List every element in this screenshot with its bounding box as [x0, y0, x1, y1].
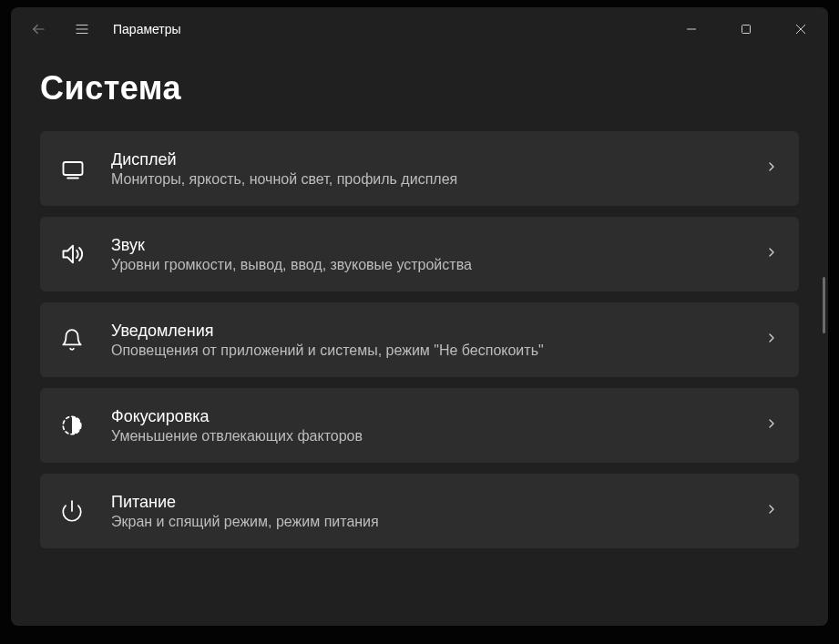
- close-icon: [795, 24, 806, 35]
- page-title: Система: [40, 69, 799, 107]
- chevron-right-icon: [764, 245, 779, 263]
- item-desc: Оповещения от приложений и системы, режи…: [111, 342, 764, 359]
- minimize-button[interactable]: [664, 11, 719, 47]
- item-focus[interactable]: Фокусировка Уменьшение отвлекающих факто…: [40, 388, 799, 463]
- maximize-icon: [741, 24, 752, 35]
- chevron-right-icon: [764, 331, 779, 349]
- item-title: Фокусировка: [111, 407, 764, 426]
- chevron-right-icon: [764, 416, 779, 434]
- item-text: Фокусировка Уменьшение отвлекающих факто…: [98, 407, 764, 445]
- item-text: Звук Уровни громкости, вывод, ввод, звук…: [98, 236, 764, 273]
- arrow-left-icon: [30, 21, 46, 37]
- settings-list: Дисплей Мониторы, яркость, ночной свет, …: [40, 131, 799, 548]
- item-desc: Экран и спящий режим, режим питания: [111, 514, 764, 530]
- hamburger-icon: [74, 21, 90, 37]
- item-title: Уведомления: [111, 322, 764, 341]
- menu-button[interactable]: [62, 11, 102, 47]
- item-desc: Мониторы, яркость, ночной свет, профиль …: [111, 171, 764, 188]
- item-display[interactable]: Дисплей Мониторы, яркость, ночной свет, …: [40, 131, 799, 206]
- back-button[interactable]: [18, 11, 58, 47]
- app-title: Параметры: [113, 22, 181, 36]
- item-power[interactable]: Питание Экран и спящий режим, режим пита…: [40, 474, 799, 548]
- item-notifications[interactable]: Уведомления Оповещения от приложений и с…: [40, 302, 799, 377]
- chevron-right-icon: [764, 159, 779, 178]
- focus-icon: [60, 414, 98, 437]
- item-title: Дисплей: [111, 150, 764, 169]
- window-controls: [664, 11, 828, 47]
- power-icon: [60, 499, 98, 523]
- minimize-icon: [686, 24, 697, 35]
- svg-rect-8: [64, 162, 83, 175]
- svg-marker-10: [64, 246, 74, 263]
- settings-window: Параметры Система Дисплей: [11, 7, 828, 626]
- content: Система Дисплей Мониторы, яркость, ночно…: [11, 51, 828, 626]
- bell-icon: [60, 328, 98, 352]
- item-sound[interactable]: Звук Уровни громкости, вывод, ввод, звук…: [40, 217, 799, 291]
- item-title: Питание: [111, 493, 764, 512]
- close-button[interactable]: [773, 11, 828, 47]
- item-text: Дисплей Мониторы, яркость, ночной свет, …: [98, 150, 764, 188]
- item-desc: Уменьшение отвлекающих факторов: [111, 428, 764, 445]
- item-text: Питание Экран и спящий режим, режим пита…: [98, 493, 764, 530]
- titlebar: Параметры: [11, 7, 828, 51]
- sound-icon: [60, 241, 98, 267]
- item-desc: Уровни громкости, вывод, ввод, звуковые …: [111, 257, 764, 273]
- display-icon: [60, 156, 98, 181]
- maximize-button[interactable]: [719, 11, 773, 47]
- item-text: Уведомления Оповещения от приложений и с…: [98, 322, 764, 359]
- titlebar-left: Параметры: [18, 11, 664, 47]
- chevron-right-icon: [764, 502, 779, 520]
- item-title: Звук: [111, 236, 764, 255]
- scrollbar-thumb[interactable]: [823, 277, 825, 333]
- svg-rect-5: [742, 26, 751, 34]
